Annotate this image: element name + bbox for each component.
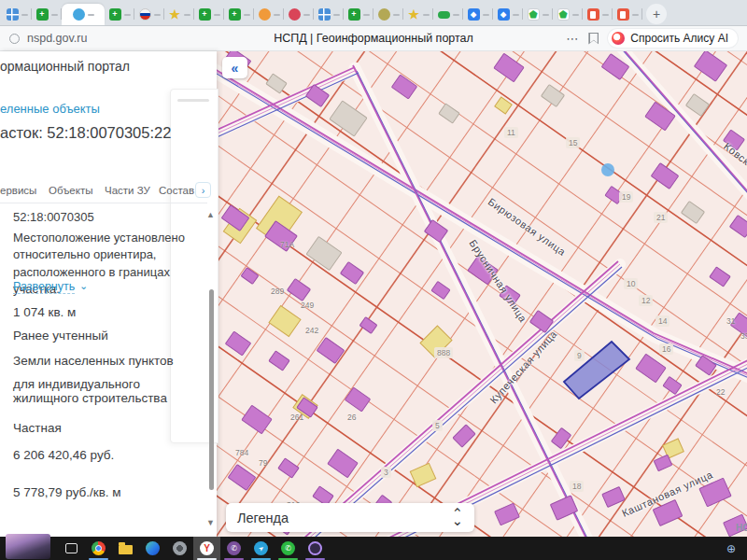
alice-ai-button[interactable]: Спросить Алису AI	[608, 29, 738, 48]
legend-toggle-icon[interactable]: ⌃⌄	[452, 511, 463, 525]
scroll-up-icon[interactable]: ▲	[206, 210, 215, 219]
cadastral-map[interactable]: Бирюзовая улицаБрусничная улицаКупеческа…	[217, 51, 747, 537]
parcel-number: 3	[381, 467, 391, 478]
taskbar-chrome[interactable]	[85, 537, 112, 560]
parcel-number: 12	[639, 295, 653, 306]
active-blue-favicon-icon	[73, 8, 85, 21]
browser-tab[interactable]	[134, 4, 164, 25]
panel-tab-Объекты[interactable]: Объекты	[49, 185, 92, 196]
selected-objects-link[interactable]: еленные объекты	[0, 102, 100, 116]
scroll-down-icon[interactable]: ▼	[206, 518, 215, 527]
map-canvas	[217, 51, 747, 537]
grid-blue-favicon-icon	[7, 8, 19, 21]
browser-tab[interactable]	[374, 4, 403, 25]
browser-tab[interactable]: +	[194, 4, 224, 25]
panel-scrollbar[interactable]	[209, 289, 214, 490]
taskbar-steam[interactable]	[166, 537, 193, 560]
status-value: Ранее учтенный	[13, 329, 108, 343]
tabs-scroll-right-button[interactable]: ›	[195, 182, 211, 198]
browser-tab[interactable]: +	[32, 4, 62, 25]
parcel-number: 5	[432, 420, 443, 431]
taskbar-whatsapp[interactable]: ✆	[275, 537, 302, 560]
parcel-number: 249	[301, 301, 314, 310]
more-menu-icon[interactable]: ⋯	[566, 32, 579, 46]
browser-tab[interactable]	[62, 4, 105, 25]
collapse-panel-button[interactable]: «	[222, 57, 247, 78]
new-tab-button[interactable]: +	[646, 4, 667, 24]
grid-blue-favicon-icon	[318, 8, 331, 21]
parcel-number: 784	[235, 449, 248, 457]
diamond-blue-favicon-icon: ◆	[468, 8, 480, 21]
yandex-browser-icon: Y	[200, 541, 214, 555]
browser-tab-strip: ++★+++★◆◆⬟⬟+	[0, 0, 747, 26]
network-tray-icon[interactable]: ⊕	[726, 542, 747, 555]
browser-tab[interactable]	[314, 4, 344, 25]
taskbar-opera[interactable]	[302, 537, 329, 560]
browser-tab[interactable]: ⬟	[523, 4, 553, 25]
parcel-title: асток: 52:18:0070305:22	[0, 124, 171, 142]
divider	[0, 203, 207, 203]
portal-header: ормационный портал	[0, 59, 130, 74]
edge-icon	[146, 541, 160, 555]
panel-tab-ервисы[interactable]: ервисы	[0, 185, 36, 196]
browser-tab[interactable]	[433, 4, 463, 25]
browser-tab[interactable]	[284, 4, 314, 25]
browser-tab[interactable]: ⬟	[553, 4, 583, 25]
expand-link[interactable]: Развернуть	[13, 280, 75, 294]
plus-green-favicon-icon: +	[229, 8, 241, 21]
browser-tab[interactable]	[613, 4, 642, 25]
browser-tab[interactable]	[583, 4, 613, 25]
panel-tab-Части ЗУ[interactable]: Части ЗУ	[105, 185, 150, 196]
browser-tab[interactable]: +	[105, 4, 134, 25]
parcel-number: 71А	[280, 241, 294, 249]
taskbar-edge[interactable]	[139, 537, 166, 560]
taskbar-yandex-browser[interactable]: Y	[193, 537, 220, 560]
area-value: 1 074 кв. м	[13, 305, 76, 319]
parcel-number: 15	[566, 137, 580, 148]
parcel-number: 22	[716, 388, 725, 397]
taskbar: Y✆➤✆ ⊕	[0, 537, 747, 560]
taskbar-task-view[interactable]	[58, 537, 85, 560]
parcel-number: 10	[624, 278, 638, 289]
land-category-value: Земли населенных пунктов	[13, 354, 174, 368]
star-yellow-favicon-icon: ★	[408, 8, 420, 21]
browser-tab[interactable]: +	[344, 4, 374, 25]
doc-red-favicon-icon	[617, 8, 629, 21]
legend-bar[interactable]: Легенда ⌃⌄	[226, 503, 474, 532]
pent-green-favicon-icon: ⬟	[528, 8, 540, 21]
browser-tab[interactable]: ★	[403, 4, 433, 25]
panel-tab-Состав[interactable]: Состав	[159, 185, 194, 196]
taskbar-viber[interactable]: ✆	[220, 537, 247, 560]
viber-icon: ✆	[227, 541, 241, 555]
photo-preview-thumbnail[interactable]	[6, 534, 50, 559]
parcel-number: 9	[574, 350, 585, 361]
flag-ru-favicon-icon	[139, 8, 151, 21]
url-text[interactable]: nspd.gov.ru	[27, 32, 87, 45]
address-bar[interactable]: nspd.gov.ru НСПД | Геоинформационный пор…	[0, 26, 747, 51]
telegram-icon: ➤	[254, 541, 268, 555]
opera-icon	[308, 541, 322, 555]
alice-logo-icon	[612, 32, 625, 45]
chevron-down-icon[interactable]: ⌄	[79, 280, 88, 292]
site-info-icon[interactable]	[9, 34, 20, 44]
plus-green-favicon-icon: +	[348, 8, 360, 21]
star-yellow-favicon-icon: ★	[169, 8, 181, 21]
browser-tab[interactable]	[254, 4, 284, 25]
address-bar-actions: ⋯ Спросить Алису AI	[566, 29, 747, 48]
parcel-number: 31	[726, 317, 735, 326]
parcel-number: 26	[347, 413, 356, 422]
browser-tab[interactable]: +	[224, 4, 254, 25]
dot-orange-favicon-icon	[259, 8, 271, 21]
browser-tab[interactable]: ◆	[493, 4, 523, 25]
pent-green-favicon-icon: ⬟	[557, 8, 570, 21]
taskbar-telegram[interactable]: ➤	[247, 537, 275, 560]
taskbar-items: Y✆➤✆	[58, 537, 329, 560]
parcel-number: 21	[654, 212, 668, 223]
parcel-number: 261	[290, 413, 303, 422]
taskbar-explorer[interactable]	[112, 537, 139, 560]
browser-tab[interactable]: ★	[164, 4, 194, 25]
browser-tab[interactable]: ◆	[463, 4, 493, 25]
parcel-number: 79	[259, 459, 267, 468]
browser-tab[interactable]	[2, 4, 32, 25]
bookmark-icon[interactable]	[588, 33, 599, 45]
